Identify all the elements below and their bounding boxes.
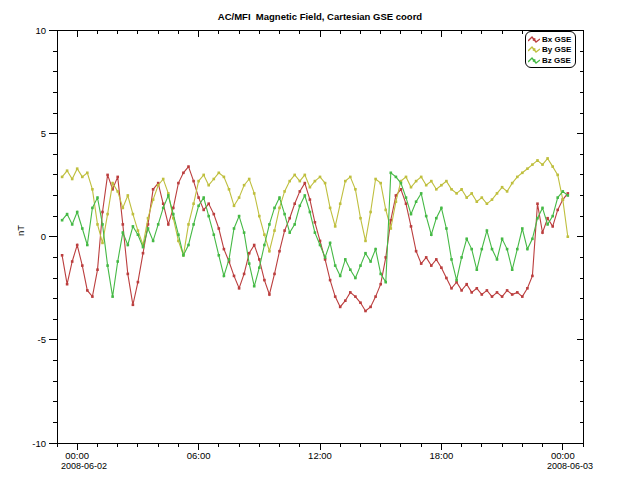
data-point — [314, 180, 317, 183]
data-point — [425, 215, 428, 218]
data-point — [390, 172, 393, 175]
series-line-by — [62, 158, 568, 255]
data-point — [491, 295, 494, 298]
data-point — [263, 244, 266, 247]
data-point — [177, 182, 180, 185]
data-point — [192, 202, 195, 205]
data-point — [420, 262, 423, 265]
data-point — [410, 213, 413, 216]
data-point — [329, 279, 332, 282]
data-point — [233, 227, 236, 230]
data-point — [344, 180, 347, 183]
data-point — [258, 215, 261, 218]
data-point — [486, 202, 489, 205]
data-point — [91, 295, 94, 298]
legend-item-bz: Bz GSE — [528, 56, 573, 65]
data-point — [460, 289, 463, 292]
data-point — [304, 194, 307, 197]
data-point — [476, 268, 479, 271]
data-point — [364, 252, 367, 255]
data-point — [61, 176, 64, 179]
data-point — [172, 213, 175, 216]
data-point — [91, 188, 94, 191]
data-point — [369, 306, 372, 309]
data-point — [132, 225, 135, 228]
data-point — [137, 233, 140, 236]
data-point — [481, 196, 484, 199]
data-point — [521, 172, 524, 175]
data-point — [268, 250, 271, 253]
data-point — [273, 229, 276, 232]
data-point — [435, 258, 438, 261]
data-point — [81, 176, 84, 179]
data-point — [278, 250, 281, 253]
data-point — [425, 256, 428, 259]
data-point — [197, 205, 200, 208]
data-point — [238, 215, 241, 218]
data-point — [445, 180, 448, 183]
data-point — [359, 264, 362, 267]
x-tick-label: 00:00 — [65, 450, 89, 461]
data-point — [486, 289, 489, 292]
data-point — [546, 217, 549, 220]
data-point — [344, 299, 347, 302]
data-point — [273, 207, 276, 210]
data-point — [465, 238, 468, 241]
data-point — [263, 279, 266, 282]
data-point — [299, 205, 302, 208]
data-point — [96, 223, 99, 226]
data-point — [369, 211, 372, 214]
data-point — [314, 231, 317, 234]
y-tick-label: 10 — [35, 25, 46, 36]
data-point — [536, 159, 539, 162]
data-point — [465, 196, 468, 199]
data-point — [521, 295, 524, 298]
data-point — [213, 213, 216, 216]
data-point — [541, 207, 544, 210]
data-point — [481, 248, 484, 251]
data-point — [405, 202, 408, 205]
data-point — [101, 211, 104, 214]
data-point — [283, 213, 286, 216]
data-point — [536, 202, 539, 205]
data-point — [228, 188, 231, 191]
data-point — [314, 221, 317, 224]
data-point — [410, 186, 413, 189]
data-point — [299, 190, 302, 193]
data-point — [288, 231, 291, 234]
data-point — [91, 207, 94, 210]
x-tick-label: 12:00 — [308, 450, 332, 461]
data-point — [101, 242, 104, 245]
x-axis-start-date: 2008-06-02 — [61, 461, 107, 471]
data-point — [349, 291, 352, 294]
data-point — [283, 229, 286, 232]
data-point — [450, 188, 453, 191]
data-point — [395, 200, 398, 203]
data-point — [116, 190, 119, 193]
data-point — [334, 225, 337, 228]
data-point — [374, 248, 377, 251]
data-point — [61, 219, 64, 222]
data-point — [299, 180, 302, 183]
data-point — [111, 182, 114, 185]
data-point — [137, 229, 140, 232]
data-point — [481, 293, 484, 296]
data-point — [293, 202, 296, 205]
data-point — [228, 258, 231, 261]
data-point — [253, 285, 256, 288]
data-point — [476, 287, 479, 290]
series-bx — [61, 165, 569, 312]
data-point — [71, 223, 74, 226]
data-point — [278, 196, 281, 199]
data-point — [354, 188, 357, 191]
data-point — [167, 223, 170, 226]
data-point — [324, 256, 327, 259]
data-point — [96, 196, 99, 199]
data-point — [122, 231, 125, 234]
data-point — [329, 207, 332, 210]
data-point — [440, 184, 443, 187]
x-tick-label: 00:00 — [551, 450, 575, 461]
data-point — [329, 242, 332, 245]
data-point — [258, 266, 261, 269]
data-point — [400, 182, 403, 185]
